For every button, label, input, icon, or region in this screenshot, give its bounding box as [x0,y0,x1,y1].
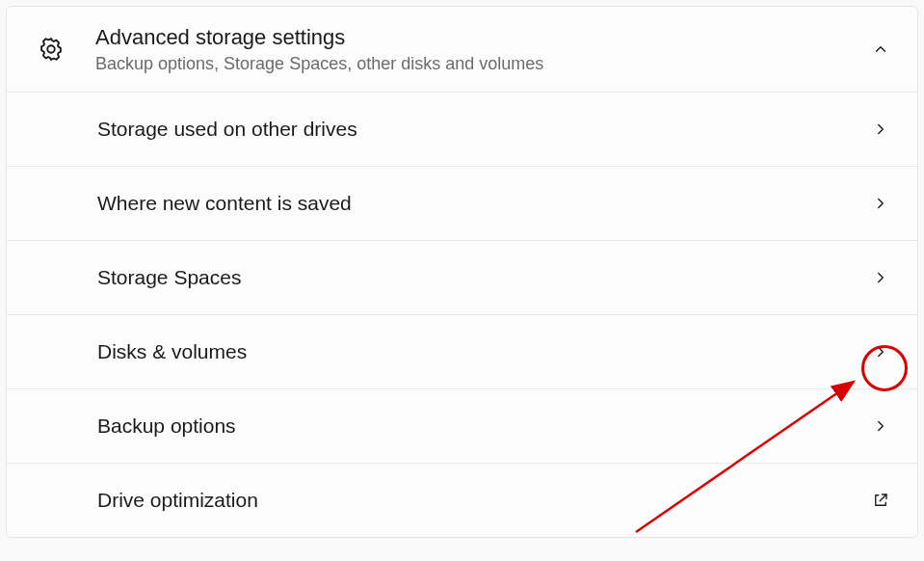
chevron-right-icon [871,342,890,361]
item-label: Drive optimization [97,489,859,512]
item-label: Backup options [97,414,859,438]
item-where-new-content-saved[interactable]: Where new content is saved [7,167,917,241]
chevron-right-icon [871,268,890,287]
item-label: Disks & volumes [97,340,859,363]
header-title: Advanced storage settings [95,24,859,52]
advanced-storage-header[interactable]: Advanced storage settings Backup options… [7,7,917,93]
item-drive-optimization[interactable]: Drive optimization [7,464,917,537]
gear-icon [38,36,65,63]
item-storage-used-other-drives[interactable]: Storage used on other drives [7,93,917,167]
item-disks-volumes[interactable]: Disks & volumes [7,315,917,389]
header-text: Advanced storage settings Backup options… [95,24,859,74]
chevron-right-icon [871,120,890,139]
external-link-icon [871,491,890,510]
chevron-right-icon [871,194,890,213]
item-label: Storage used on other drives [97,118,859,141]
item-storage-spaces[interactable]: Storage Spaces [7,241,917,315]
item-label: Where new content is saved [97,192,859,215]
advanced-storage-panel: Advanced storage settings Backup options… [6,6,918,538]
item-label: Storage Spaces [97,266,859,289]
item-backup-options[interactable]: Backup options [7,389,917,464]
chevron-up-icon [871,40,890,59]
chevron-right-icon [871,416,890,436]
svg-point-0 [47,45,54,52]
header-subtitle: Backup options, Storage Spaces, other di… [95,54,859,74]
